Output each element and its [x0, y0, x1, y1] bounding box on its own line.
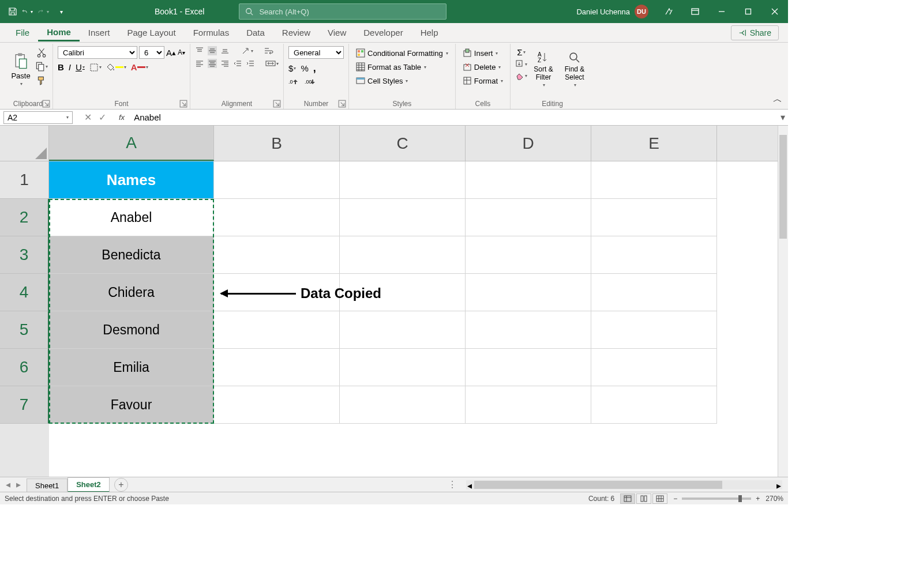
cell-E4[interactable] [591, 274, 717, 311]
cell-A6[interactable]: Emilia [49, 349, 214, 386]
format-painter-button[interactable] [35, 75, 48, 85]
qat-customize-icon[interactable]: ▾ [54, 5, 68, 18]
tab-help[interactable]: Help [412, 24, 447, 41]
align-left-button[interactable] [195, 59, 204, 68]
row-header-6[interactable]: 6 [0, 349, 49, 386]
number-format-select[interactable]: General [288, 46, 344, 59]
cell-A1[interactable]: Names [49, 161, 214, 199]
collapse-ribbon-icon[interactable]: ︿ [773, 93, 782, 105]
fill-color-button[interactable]: ▾ [106, 63, 126, 72]
fx-icon[interactable]: fx [119, 113, 125, 122]
increase-indent-button[interactable] [246, 59, 255, 68]
cut-button[interactable] [35, 47, 48, 58]
align-center-button[interactable] [208, 59, 217, 68]
cell-B3[interactable] [214, 236, 340, 274]
dialog-launcher-icon[interactable] [273, 100, 281, 108]
dialog-launcher-icon[interactable] [338, 100, 346, 108]
maximize-button[interactable] [735, 0, 761, 23]
wrap-text-button[interactable] [264, 46, 274, 55]
cell-C7[interactable] [340, 386, 466, 424]
row-header-4[interactable]: 4 [0, 274, 49, 311]
cell-B4[interactable] [214, 274, 340, 311]
cell-B2[interactable] [214, 199, 340, 236]
clear-button[interactable]: ▾ [515, 71, 527, 80]
row-header-5[interactable]: 5 [0, 311, 49, 349]
cell-D2[interactable] [466, 199, 591, 236]
increase-decimal-button[interactable]: .0 [288, 78, 300, 86]
name-box[interactable]: A2▾ [3, 111, 73, 124]
tab-review[interactable]: Review [273, 24, 319, 41]
select-all-corner[interactable] [0, 126, 49, 161]
cancel-formula-icon[interactable]: ✕ [84, 112, 92, 123]
tab-file[interactable]: File [7, 24, 38, 41]
cell-B7[interactable] [214, 386, 340, 424]
cell-D6[interactable] [466, 349, 591, 386]
format-as-table-button[interactable]: Format as Table▾ [354, 61, 429, 73]
minimize-button[interactable] [708, 0, 735, 23]
cell-E5[interactable] [591, 311, 717, 349]
tab-data[interactable]: Data [238, 24, 273, 41]
col-header-A[interactable]: A [49, 126, 214, 161]
bold-button[interactable]: B [58, 62, 64, 72]
sheet-nav-prev-icon[interactable]: ◂ [6, 479, 10, 490]
cell-C1[interactable] [340, 161, 466, 199]
ribbon-display-icon[interactable] [655, 0, 682, 23]
paste-button[interactable]: Paste ▾ [8, 46, 33, 92]
align-right-button[interactable] [220, 59, 230, 68]
cell-C4[interactable] [340, 274, 466, 311]
cell-E2[interactable] [591, 199, 717, 236]
cell-D3[interactable] [466, 236, 591, 274]
copy-button[interactable]: ▾ [35, 61, 48, 71]
zoom-level[interactable]: 270% [766, 495, 783, 503]
cell-A2[interactable]: Anabel [49, 199, 214, 236]
italic-button[interactable]: I [69, 62, 71, 72]
view-normal-button[interactable] [620, 493, 635, 504]
close-button[interactable] [761, 0, 788, 23]
percent-button[interactable]: % [301, 63, 308, 73]
zoom-in-button[interactable]: + [756, 495, 760, 503]
tab-insert[interactable]: Insert [80, 24, 119, 41]
cell-B5[interactable] [214, 311, 340, 349]
zoom-slider[interactable] [682, 497, 751, 500]
cell-D7[interactable] [466, 386, 591, 424]
col-header-D[interactable]: D [466, 126, 591, 161]
view-page-break-button[interactable] [652, 493, 667, 504]
conditional-formatting-button[interactable]: Conditional Formatting▾ [354, 47, 451, 59]
align-bottom-button[interactable] [220, 46, 230, 55]
cell-D4[interactable] [466, 274, 591, 311]
dialog-launcher-icon[interactable] [42, 100, 50, 108]
cell-C2[interactable] [340, 199, 466, 236]
sheet-nav-next-icon[interactable]: ▸ [16, 479, 21, 490]
decrease-decimal-button[interactable]: .00 [305, 78, 316, 86]
cell-E3[interactable] [591, 236, 717, 274]
find-select-button[interactable]: Find & Select▾ [560, 46, 590, 92]
font-size-select[interactable]: 6 [139, 46, 164, 59]
sheet-tab-2[interactable]: Sheet2 [67, 477, 110, 492]
row-header-7[interactable]: 7 [0, 386, 49, 424]
vertical-scrollbar[interactable] [778, 126, 788, 477]
tab-home[interactable]: Home [38, 24, 80, 42]
autosum-button[interactable]: Σ▾ [515, 47, 527, 57]
borders-button[interactable]: ▾ [89, 63, 102, 72]
cell-E6[interactable] [591, 349, 717, 386]
align-middle-button[interactable] [208, 46, 217, 55]
formula-input[interactable] [129, 112, 778, 122]
save-icon[interactable] [6, 5, 20, 18]
cell-E1[interactable] [591, 161, 717, 199]
view-page-layout-button[interactable] [636, 493, 651, 504]
cell-C3[interactable] [340, 236, 466, 274]
col-header-B[interactable]: B [214, 126, 340, 161]
format-cells-button[interactable]: Format ▾ [460, 75, 505, 86]
fill-button[interactable]: ▾ [515, 59, 527, 69]
cell-styles-button[interactable]: Cell Styles▾ [354, 75, 410, 86]
tab-view[interactable]: View [319, 24, 355, 41]
accounting-button[interactable]: $▾ [288, 63, 296, 73]
font-color-button[interactable]: A▾ [131, 62, 148, 72]
tab-split-handle[interactable]: ⋮ [444, 479, 460, 490]
tab-formulas[interactable]: Formulas [185, 24, 238, 41]
cell-A5[interactable]: Desmond [49, 311, 214, 349]
underline-button[interactable]: U▾ [76, 62, 85, 72]
cell-D5[interactable] [466, 311, 591, 349]
zoom-out-button[interactable]: − [673, 495, 677, 503]
decrease-indent-button[interactable] [233, 59, 242, 68]
